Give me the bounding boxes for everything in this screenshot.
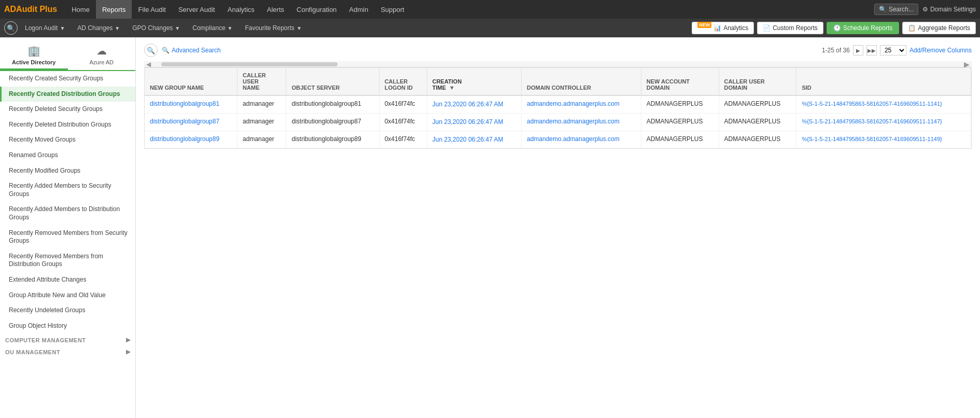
chevron-down-icon: ▼: [60, 25, 65, 31]
analytics-icon: 📊: [713, 24, 721, 32]
sidebar-tab-azure-ad[interactable]: ☁ Azure AD: [68, 41, 136, 70]
custom-reports-button[interactable]: 📄 Custom Reports: [757, 22, 823, 34]
nav-alerts[interactable]: Alerts: [261, 0, 290, 19]
col-caller-user-domain[interactable]: CALLER USERDOMAIN: [719, 68, 796, 95]
nav-gpo-changes[interactable]: GPO Changes ▼: [127, 21, 185, 35]
sidebar-tab-active-directory[interactable]: 🏢 Active Directory: [0, 41, 68, 70]
sidebar-section-ou-management[interactable]: OU Management ▶: [0, 345, 135, 357]
table-row: distributionglobalgroup89 admanager dist…: [145, 131, 971, 148]
sidebar-item-recently-created-distribution-groups[interactable]: Recently Created Distribution Groups: [0, 87, 135, 102]
cell-caller-user-name: admanager: [237, 95, 286, 113]
domain-settings-button[interactable]: ⚙ Domain Settings: [922, 6, 976, 13]
analytics-button[interactable]: NEW 📊 Analytics: [692, 22, 754, 34]
cell-sid: %{S-1-5-21-1484795863-58162057-416960951…: [796, 95, 971, 113]
cell-caller-user-domain: ADMANAGERPLUS: [719, 95, 796, 113]
cell-domain-controller: admandemo.admanagerplus.com: [521, 131, 641, 148]
nav-logon-audit[interactable]: Logon Audit ▼: [20, 21, 70, 35]
sidebar-section-computer-management[interactable]: Computer Management ▶: [0, 333, 135, 345]
sidebar-item-recently-removed-members-security-groups[interactable]: Recently Removed Members from Security G…: [0, 226, 135, 249]
nav-right: 🔍 Search... ⚙ Domain Settings: [874, 4, 976, 15]
cell-creation-time: Jun 23,2020 06:26:47 AM: [427, 95, 521, 113]
active-directory-icon: 🏢: [27, 45, 40, 57]
scroll-left-icon[interactable]: ◀: [146, 61, 151, 68]
col-sid[interactable]: SID: [796, 68, 971, 95]
col-caller-logon-id[interactable]: CALLERLOGON ID: [379, 68, 427, 95]
col-domain-controller[interactable]: DOMAIN CONTROLLER: [521, 68, 641, 95]
sidebar-item-recently-deleted-distribution-groups[interactable]: Recently Deleted Distribution Groups: [0, 117, 135, 133]
sidebar: 🏢 Active Directory ☁ Azure AD Recently C…: [0, 37, 136, 418]
group-name-link[interactable]: distributionglobalgroup89: [150, 135, 219, 143]
col-caller-user-name[interactable]: CALLERUSERNAME: [237, 68, 286, 95]
nav-items: Home Reports File Audit Server Audit Ana…: [65, 0, 874, 19]
nav-file-audit[interactable]: File Audit: [132, 0, 172, 19]
schedule-reports-button[interactable]: 🕐 Schedule Reports: [827, 22, 899, 34]
advanced-search-icon: 🔍: [162, 47, 170, 54]
last-page-button[interactable]: ▶▶: [866, 45, 877, 55]
cell-new-account-domain: ADMANAGERPLUS: [641, 131, 719, 148]
sidebar-item-recently-removed-members-distribution-groups[interactable]: Recently Removed Members from Distributi…: [0, 249, 135, 272]
cell-object-server: distributionglobalgroup81: [286, 95, 379, 113]
schedule-icon: 🕐: [833, 24, 841, 32]
nav-server-audit[interactable]: Server Audit: [172, 0, 221, 19]
col-new-group-name[interactable]: NEW GROUP NAME: [145, 68, 237, 95]
sidebar-item-recently-modified-groups[interactable]: Recently Modified Groups: [0, 163, 135, 179]
chevron-down-icon: ▼: [175, 25, 180, 31]
nav-favourite-reports[interactable]: Favourite Reports ▼: [240, 21, 307, 35]
quick-search-button[interactable]: 🔍: [4, 21, 18, 35]
sidebar-item-recently-added-members-distribution-groups[interactable]: Recently Added Members to Distribution G…: [0, 202, 135, 225]
sidebar-item-renamed-groups[interactable]: Renamed Groups: [0, 148, 135, 163]
search-icon: 🔍: [879, 6, 887, 13]
sidebar-item-recently-deleted-security-groups[interactable]: Recently Deleted Security Groups: [0, 102, 135, 117]
content-area: 🔍 🔍 Advanced Search 1-25 of 36 ▶ ▶▶ 25 5…: [136, 37, 980, 418]
chevron-down-icon: ▼: [115, 25, 120, 31]
cell-creation-time: Jun 23,2020 06:26:47 AM: [427, 113, 521, 131]
top-search-box[interactable]: 🔍 Search...: [874, 4, 918, 15]
cell-new-group-name: distributionglobalgroup87: [145, 113, 237, 131]
search-button[interactable]: 🔍: [144, 44, 158, 57]
domain-settings-label: Domain Settings: [930, 6, 976, 13]
data-table: NEW GROUP NAME CALLERUSERNAME OBJECT SER…: [145, 68, 971, 148]
chevron-down-icon: ▼: [297, 25, 302, 31]
col-object-server[interactable]: OBJECT SERVER: [286, 68, 379, 95]
nav-configuration[interactable]: Configuration: [290, 0, 343, 19]
nav-analytics[interactable]: Analytics: [221, 0, 261, 19]
nav-reports[interactable]: Reports: [96, 0, 132, 19]
search-placeholder: Search...: [889, 6, 914, 13]
second-navigation: 🔍 Logon Audit ▼ AD Changes ▼ GPO Changes…: [0, 19, 980, 37]
sidebar-item-group-attribute-new-old-value[interactable]: Group Attribute New and Old Value: [0, 288, 135, 303]
nav-support[interactable]: Support: [374, 0, 411, 19]
custom-reports-icon: 📄: [763, 24, 771, 32]
page-size-select[interactable]: 25 50 100: [880, 45, 906, 55]
data-table-wrapper: NEW GROUP NAME CALLERUSERNAME OBJECT SER…: [144, 67, 972, 149]
group-name-link[interactable]: distributionglobalgroup87: [150, 118, 219, 125]
horizontal-scroll-indicator[interactable]: ◀ ▶: [144, 61, 972, 67]
scroll-handle[interactable]: [161, 62, 338, 66]
cell-caller-logon-id: 0x416f74fc: [379, 131, 427, 148]
top-navigation: ADAudit Plus Home Reports File Audit Ser…: [0, 0, 980, 19]
cell-domain-controller: admandemo.admanagerplus.com: [521, 95, 641, 113]
prev-page-button[interactable]: ▶: [853, 45, 863, 55]
sidebar-item-extended-attribute-changes[interactable]: Extended Attribute Changes: [0, 272, 135, 288]
chevron-right-icon: ▶: [126, 337, 131, 343]
nav-admin[interactable]: Admin: [343, 0, 374, 19]
sidebar-item-group-object-history[interactable]: Group Object History: [0, 318, 135, 334]
cell-new-account-domain: ADMANAGERPLUS: [641, 113, 719, 131]
second-nav-right: NEW 📊 Analytics 📄 Custom Reports 🕐 Sched…: [692, 22, 976, 34]
group-name-link[interactable]: distributionglobalgroup81: [150, 100, 219, 107]
col-creation-time[interactable]: CREATIONTIME ▼: [427, 68, 521, 95]
col-new-account-domain[interactable]: NEW ACCOUNTDOMAIN: [641, 68, 719, 95]
nav-home[interactable]: Home: [65, 0, 96, 19]
add-remove-columns-button[interactable]: Add/Remove Columns: [909, 47, 972, 54]
advanced-search-button[interactable]: 🔍 Advanced Search: [162, 47, 221, 54]
gear-icon: ⚙: [922, 6, 928, 13]
sidebar-tabs: 🏢 Active Directory ☁ Azure AD: [0, 37, 135, 71]
cell-caller-user-name: admanager: [237, 113, 286, 131]
cell-new-group-name: distributionglobalgroup89: [145, 131, 237, 148]
sidebar-item-recently-moved-groups[interactable]: Recently Moved Groups: [0, 132, 135, 148]
sidebar-item-recently-undeleted-groups[interactable]: Recently Undeleted Groups: [0, 303, 135, 318]
aggregate-reports-button[interactable]: 📋 Aggregate Reports: [902, 22, 976, 34]
sidebar-item-recently-created-security-groups[interactable]: Recently Created Security Groups: [0, 71, 135, 87]
nav-compliance[interactable]: Compliance ▼: [187, 21, 237, 35]
nav-ad-changes[interactable]: AD Changes ▼: [72, 21, 125, 35]
sidebar-item-recently-added-members-security-groups[interactable]: Recently Added Members to Security Group…: [0, 178, 135, 202]
